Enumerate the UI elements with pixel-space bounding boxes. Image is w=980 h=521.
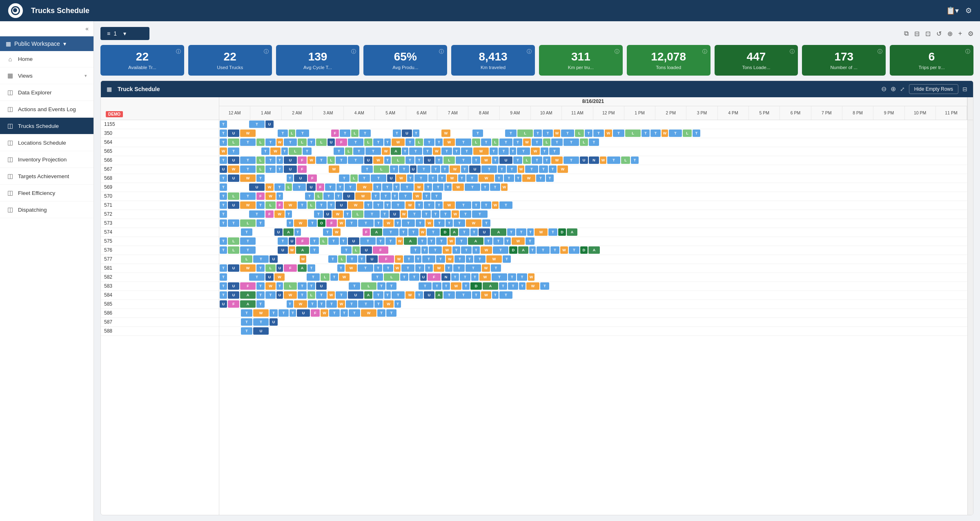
- gantt-block[interactable]: F: [326, 219, 337, 227]
- gantt-block[interactable]: T: [348, 157, 363, 164]
- gantt-block[interactable]: F: [311, 309, 320, 317]
- gantt-block[interactable]: F: [428, 273, 441, 281]
- gantt-block[interactable]: T: [425, 264, 433, 272]
- gantt-block[interactable]: T: [240, 192, 256, 200]
- gantt-block[interactable]: T: [415, 201, 423, 209]
- gantt-block[interactable]: T: [424, 139, 434, 146]
- gantt-block[interactable]: T: [336, 157, 347, 164]
- gantt-block[interactable]: T: [256, 291, 265, 299]
- gantt-block[interactable]: U: [336, 201, 347, 209]
- gantt-block[interactable]: U: [324, 210, 332, 218]
- sidebar-item-targets-achievement[interactable]: ◫ Targets Achievement: [0, 168, 94, 185]
- gantt-block[interactable]: L: [472, 139, 480, 146]
- gantt-block[interactable]: U: [228, 130, 239, 137]
- gantt-block[interactable]: L: [265, 201, 276, 209]
- gantt-block[interactable]: T: [308, 300, 317, 308]
- gantt-block[interactable]: T: [373, 183, 381, 191]
- gantt-block[interactable]: T: [549, 165, 557, 173]
- gantt-block[interactable]: T: [456, 237, 467, 245]
- gantt-block[interactable]: T: [434, 219, 445, 227]
- gantt-block[interactable]: T: [353, 148, 365, 155]
- gantt-block[interactable]: T: [339, 174, 350, 182]
- gantt-block[interactable]: T: [541, 148, 548, 155]
- gantt-block[interactable]: T: [495, 174, 503, 182]
- gantt-block[interactable]: U: [220, 300, 227, 308]
- gantt-block[interactable]: U: [249, 183, 265, 191]
- gantt-block[interactable]: T: [358, 219, 374, 227]
- gantt-block[interactable]: T: [641, 130, 650, 137]
- gantt-block[interactable]: W: [396, 237, 403, 245]
- gantt-block[interactable]: T: [428, 237, 435, 245]
- gantt-block[interactable]: T: [376, 237, 385, 245]
- gantt-block[interactable]: T: [505, 130, 517, 137]
- gantt-block[interactable]: T: [220, 219, 227, 227]
- gantt-block[interactable]: T: [415, 255, 421, 263]
- gantt-block[interactable]: L: [307, 291, 315, 299]
- gantt-block[interactable]: T: [334, 148, 344, 155]
- gantt-block[interactable]: U: [348, 237, 359, 245]
- gantt-block[interactable]: L: [352, 246, 360, 254]
- expand-icon[interactable]: ⊡: [925, 30, 931, 38]
- gantt-block[interactable]: A: [296, 246, 309, 254]
- gantt-chart-col[interactable]: TTUTUWTLTFTLTTUTWTTLTTWTLTTWTLTTWTLTTLTL…: [219, 120, 967, 515]
- gantt-block[interactable]: W: [220, 148, 227, 155]
- gantt-block[interactable]: L: [338, 255, 346, 263]
- gantt-block[interactable]: W: [284, 291, 297, 299]
- gantt-block[interactable]: F: [256, 192, 265, 200]
- gantt-block[interactable]: T: [484, 237, 492, 245]
- gantt-block[interactable]: T: [377, 282, 385, 290]
- gantt-block[interactable]: U: [228, 174, 239, 182]
- gantt-block[interactable]: T: [384, 139, 391, 146]
- gantt-block[interactable]: F: [265, 210, 274, 218]
- gantt-block[interactable]: T: [441, 165, 449, 173]
- sidebar-item-locations-schedule[interactable]: ◫ Locations Schedule: [0, 134, 94, 151]
- gantt-block[interactable]: U: [327, 139, 335, 146]
- gantt-block[interactable]: T: [349, 309, 360, 317]
- gantt-block[interactable]: T: [372, 192, 380, 200]
- gantt-block[interactable]: W: [479, 273, 491, 281]
- gantt-block[interactable]: T: [383, 228, 399, 236]
- gantt-block[interactable]: T: [504, 237, 511, 245]
- gantt-block[interactable]: L: [228, 139, 239, 146]
- gantt-block[interactable]: T: [418, 237, 427, 245]
- gantt-block[interactable]: U: [284, 165, 297, 173]
- kpi-available-trucks[interactable]: ⓘ 22 Available Tr...: [100, 45, 184, 76]
- gantt-block[interactable]: T: [328, 237, 339, 245]
- gantt-block[interactable]: L: [327, 157, 335, 164]
- gantt-block[interactable]: U: [420, 273, 427, 281]
- gantt-block[interactable]: T: [305, 192, 314, 200]
- gantt-block[interactable]: T: [517, 273, 527, 281]
- sidebar-item-actions-events[interactable]: ◫ Actions and Events Log: [0, 101, 94, 118]
- gantt-block[interactable]: L: [374, 165, 389, 173]
- gantt-block[interactable]: T: [220, 121, 227, 128]
- gantt-block[interactable]: A: [483, 282, 498, 290]
- gantt-block[interactable]: T: [281, 148, 288, 155]
- gantt-block[interactable]: T: [669, 130, 682, 137]
- gantt-block[interactable]: T: [256, 282, 265, 290]
- sidebar-item-trucks-schedule[interactable]: ◫ Trucks Schedule: [0, 118, 94, 134]
- gantt-block[interactable]: T: [374, 300, 383, 308]
- gantt-block[interactable]: W: [557, 165, 568, 173]
- gantt-block[interactable]: F: [298, 157, 307, 164]
- gantt-block[interactable]: T: [364, 201, 372, 209]
- gantt-block[interactable]: T: [493, 237, 503, 245]
- gantt-block[interactable]: D: [441, 228, 450, 236]
- gantt-block[interactable]: T: [417, 165, 430, 173]
- gantt-block[interactable]: W: [382, 148, 390, 155]
- gantt-block[interactable]: W: [265, 192, 276, 200]
- gantt-block[interactable]: W: [329, 165, 339, 173]
- gantt-block[interactable]: T: [310, 246, 319, 254]
- gantt-block[interactable]: T: [459, 228, 470, 236]
- gantt-block[interactable]: A: [240, 300, 256, 308]
- gantt-block[interactable]: T: [307, 282, 315, 290]
- gantt-block[interactable]: W: [307, 157, 315, 164]
- gantt-block[interactable]: T: [307, 273, 320, 281]
- gantt-block[interactable]: T: [508, 282, 518, 290]
- gantt-block[interactable]: T: [481, 183, 489, 191]
- gantt-block[interactable]: L: [580, 139, 588, 146]
- gantt-block[interactable]: T: [410, 246, 421, 254]
- gantt-block[interactable]: W: [662, 130, 668, 137]
- gantt-block[interactable]: T: [256, 219, 265, 227]
- gantt-block[interactable]: U: [228, 291, 239, 299]
- gantt-block[interactable]: L: [575, 130, 584, 137]
